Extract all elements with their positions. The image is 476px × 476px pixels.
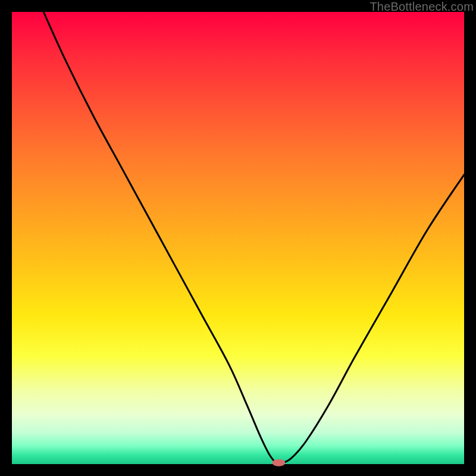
curve-svg: [12, 12, 464, 464]
bottleneck-curve: [43, 12, 464, 464]
plot-area: [12, 12, 464, 464]
minimum-marker: [272, 459, 285, 466]
chart-frame: TheBottleneck.com: [0, 0, 476, 476]
